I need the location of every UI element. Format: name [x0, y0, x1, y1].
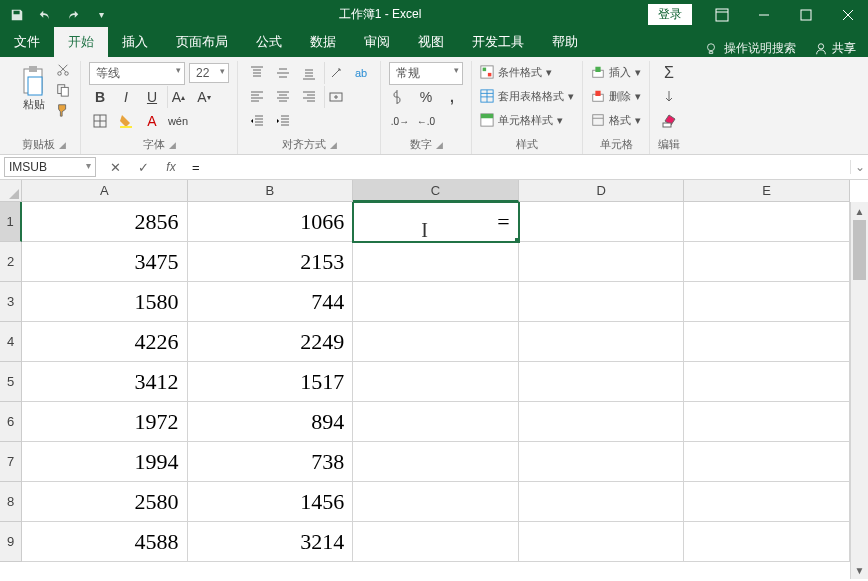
cell[interactable]: 1994	[22, 442, 188, 482]
increase-font-icon[interactable]: A▴	[167, 86, 189, 108]
fill-icon[interactable]	[658, 86, 680, 108]
tab-file[interactable]: 文件	[0, 27, 54, 57]
cell[interactable]	[519, 362, 685, 402]
scroll-thumb[interactable]	[853, 220, 866, 280]
cell[interactable]	[684, 242, 850, 282]
underline-button[interactable]: U	[141, 86, 163, 108]
cancel-formula-icon[interactable]: ✕	[106, 158, 124, 176]
tab-review[interactable]: 审阅	[350, 27, 404, 57]
row-header[interactable]: 8	[0, 482, 22, 522]
italic-button[interactable]: I	[115, 86, 137, 108]
format-painter-icon[interactable]	[54, 101, 72, 119]
tab-view[interactable]: 视图	[404, 27, 458, 57]
undo-icon[interactable]	[34, 4, 56, 26]
phonetic-icon[interactable]: wén	[167, 110, 189, 132]
cell[interactable]	[519, 202, 685, 242]
col-header-b[interactable]: B	[188, 180, 354, 202]
tab-layout[interactable]: 页面布局	[162, 27, 242, 57]
align-middle-icon[interactable]	[272, 62, 294, 84]
insert-function-icon[interactable]: fx	[162, 158, 180, 176]
expand-formula-bar-icon[interactable]: ⌄	[850, 160, 868, 174]
cell[interactable]: 894	[188, 402, 354, 442]
cell[interactable]: 738	[188, 442, 354, 482]
qat-customize-icon[interactable]: ▾	[90, 4, 112, 26]
cell[interactable]	[353, 402, 519, 442]
cell[interactable]	[519, 442, 685, 482]
border-icon[interactable]	[89, 110, 111, 132]
delete-cells-button[interactable]: 删除 ▾	[591, 85, 641, 107]
cell[interactable]: 4226	[22, 322, 188, 362]
cell[interactable]: =I	[353, 202, 519, 242]
formula-input[interactable]	[190, 158, 844, 177]
decrease-font-icon[interactable]: A▾	[193, 86, 215, 108]
cell[interactable]	[353, 322, 519, 362]
decrease-decimal-icon[interactable]: ←.0	[415, 110, 437, 132]
cell[interactable]: 3412	[22, 362, 188, 402]
col-header-e[interactable]: E	[684, 180, 850, 202]
paste-button[interactable]: 粘贴	[16, 61, 52, 135]
fill-color-icon[interactable]	[115, 110, 137, 132]
number-format-dropdown[interactable]: 常规	[389, 62, 463, 85]
cell[interactable]: 2856	[22, 202, 188, 242]
orientation-icon[interactable]	[324, 62, 346, 84]
cell[interactable]	[684, 482, 850, 522]
autosum-icon[interactable]: Σ	[658, 62, 680, 84]
align-right-icon[interactable]	[298, 86, 320, 108]
align-left-icon[interactable]	[246, 86, 268, 108]
row-header[interactable]: 2	[0, 242, 22, 282]
cell[interactable]	[519, 402, 685, 442]
tab-insert[interactable]: 插入	[108, 27, 162, 57]
increase-decimal-icon[interactable]: .0→	[389, 110, 411, 132]
tab-home[interactable]: 开始	[54, 27, 108, 57]
copy-icon[interactable]	[54, 81, 72, 99]
select-all-corner[interactable]	[0, 180, 22, 202]
ribbon-display-icon[interactable]	[702, 0, 742, 29]
insert-cells-button[interactable]: 插入 ▾	[591, 61, 641, 83]
col-header-a[interactable]: A	[22, 180, 188, 202]
dialog-launcher-icon[interactable]: ◢	[436, 140, 443, 150]
dialog-launcher-icon[interactable]: ◢	[330, 140, 337, 150]
row-header[interactable]: 5	[0, 362, 22, 402]
tab-formulas[interactable]: 公式	[242, 27, 296, 57]
cell[interactable]: 3475	[22, 242, 188, 282]
increase-indent-icon[interactable]	[272, 110, 294, 132]
col-header-c[interactable]: C	[353, 180, 519, 202]
row-header[interactable]: 3	[0, 282, 22, 322]
decrease-indent-icon[interactable]	[246, 110, 268, 132]
name-box[interactable]: IMSUB	[4, 157, 96, 177]
dialog-launcher-icon[interactable]: ◢	[169, 140, 176, 150]
cell[interactable]: 1456	[188, 482, 354, 522]
tab-help[interactable]: 帮助	[538, 27, 592, 57]
enter-formula-icon[interactable]: ✓	[134, 158, 152, 176]
align-bottom-icon[interactable]	[298, 62, 320, 84]
redo-icon[interactable]	[62, 4, 84, 26]
cell[interactable]	[519, 522, 685, 562]
row-header[interactable]: 7	[0, 442, 22, 482]
maximize-icon[interactable]	[786, 0, 826, 29]
cell[interactable]	[684, 362, 850, 402]
align-top-icon[interactable]	[246, 62, 268, 84]
cell[interactable]: 1580	[22, 282, 188, 322]
font-color-icon[interactable]: A	[141, 110, 163, 132]
scroll-up-icon[interactable]: ▲	[851, 202, 868, 220]
format-as-table-button[interactable]: 套用表格格式 ▾	[480, 85, 574, 107]
cut-icon[interactable]	[54, 61, 72, 79]
cells-area[interactable]: 28561066=I347521531580744422622493412151…	[22, 202, 850, 579]
share-button[interactable]: 共享	[814, 40, 856, 57]
cell[interactable]	[684, 442, 850, 482]
percent-format-icon[interactable]: %	[415, 86, 437, 108]
clear-icon[interactable]	[658, 110, 680, 132]
tell-me-search[interactable]: 操作说明搜索	[704, 40, 796, 57]
cell[interactable]	[684, 202, 850, 242]
cell[interactable]	[684, 522, 850, 562]
cell[interactable]	[684, 402, 850, 442]
save-icon[interactable]	[6, 4, 28, 26]
cell[interactable]	[353, 522, 519, 562]
cell[interactable]	[519, 242, 685, 282]
cell[interactable]	[353, 242, 519, 282]
cell[interactable]: 1517	[188, 362, 354, 402]
cell[interactable]: 744	[188, 282, 354, 322]
row-header[interactable]: 6	[0, 402, 22, 442]
scroll-down-icon[interactable]: ▼	[851, 561, 868, 579]
merge-cells-icon[interactable]	[324, 86, 346, 108]
